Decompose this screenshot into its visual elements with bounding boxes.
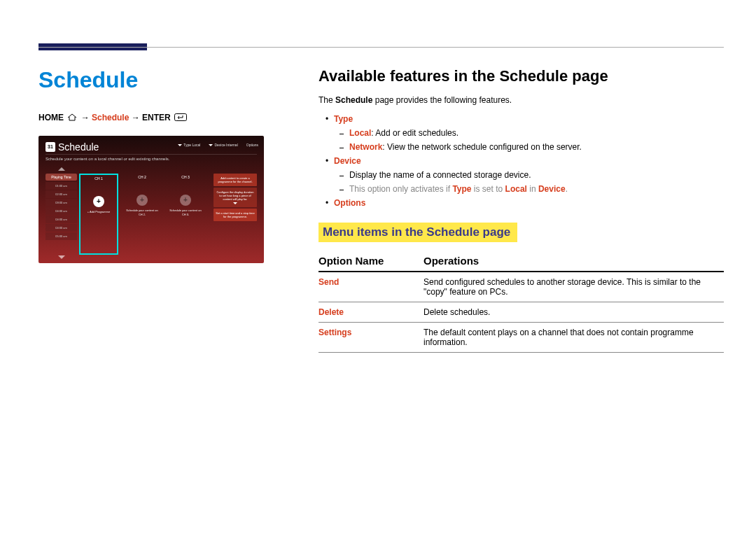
channel-1[interactable]: CH 1 + + Add Programme [79,174,118,255]
opt-send-desc: Send configured schedules to another sto… [424,272,724,302]
ch3-label: Schedule your content on CH 3. [166,209,205,217]
table-row: Settings The default content plays on a … [318,323,724,353]
ch2-header: CH 2 [122,174,162,181]
feature-list: Type Local: Add or edit schedules. Netwo… [318,112,724,210]
plus-icon[interactable]: + [180,195,191,206]
time-slot: 02:00 am [46,190,77,198]
time-slot: 04:00 am [46,224,77,232]
ch3-header: CH 3 [166,174,205,181]
section-heading: Available features in the Schedule page [318,67,724,85]
ss-title: Schedule [58,141,99,153]
breadcrumb-schedule: Schedule [92,113,129,122]
breadcrumb-enter: ENTER [142,113,171,122]
ss-right-panel: Add content to create a programme for th… [214,174,257,221]
device-line: Display the name of a connected storage … [349,170,531,180]
left-column: Schedule HOME → Schedule → ENTER 31 Sche… [38,67,273,263]
opt-settings-desc: The default content plays on a channel t… [424,323,724,353]
feature-options: Options [334,198,365,208]
channel-3[interactable]: CH 3 + Schedule your content on CH 3. [166,174,205,255]
feature-type: Type [334,114,353,124]
ss-options[interactable]: Options [246,143,258,147]
ss-type[interactable]: Type Local [178,143,200,147]
ss-top-right: Type Local Device Internal Options [178,143,258,147]
feature-device: Device [334,156,361,166]
time-slot: 04:00 am [46,216,77,223]
feature-local: Local [349,128,371,138]
time-slot: 03:00 am [46,199,77,206]
channel-2[interactable]: CH 2 + Schedule your content on CH 2. [122,174,162,255]
right-column: Available features in the Schedule page … [318,67,724,353]
opt-delete: Delete [318,302,424,323]
plus-icon[interactable]: + [93,196,104,207]
menu-table: Option Name Operations Send Send configu… [318,251,724,353]
intro-text: The Schedule page provides the following… [318,95,724,105]
ss-time-column: Playing Time 01:00 am 02:00 am 03:00 am … [46,174,77,241]
feature-network: Network [349,142,382,152]
opt-delete-desc: Delete schedules. [424,302,724,323]
ch1-header: CH 1 [80,175,117,182]
chevron-down-icon[interactable] [58,255,65,259]
time-slot: 05:00 am [46,232,77,240]
ch2-label: Schedule your content on CH 2. [122,209,162,217]
device-note: This option only activates if Type is se… [318,182,724,196]
ss-device[interactable]: Device Internal [209,143,237,147]
page-title: Schedule [38,67,273,93]
table-row: Delete Delete schedules. [318,302,724,323]
th-operations: Operations [424,251,724,272]
th-option-name: Option Name [318,251,424,272]
menu-subheading: Menu items in the Schedule page [318,223,517,242]
panel-item-c: Set a start time and a stop time for the… [214,209,257,221]
header-divider [38,47,724,48]
panel-item-a: Add content to create a programme for th… [214,174,257,186]
enter-icon [174,113,187,123]
ss-subtitle: Schedule your content on a local channel… [46,157,169,161]
ss-header: 31 Schedule [46,141,99,153]
calendar-icon: 31 [46,142,55,152]
breadcrumb-arrow2: → [132,113,142,122]
breadcrumb-home: HOME [38,113,64,122]
add-programme-label: + Add Programme [80,210,117,214]
breadcrumb-arrow1: → [81,113,92,122]
time-slot: 01:00 am [46,182,77,190]
schedule-screenshot: 31 Schedule Type Local Device Internal O… [38,136,264,263]
playing-time-header: Playing Time [46,174,77,181]
plus-icon[interactable]: + [136,195,148,206]
opt-settings: Settings [318,323,424,353]
home-icon [67,113,77,123]
chevron-down-icon [233,202,237,204]
table-row: Send Send configured schedules to anothe… [318,272,724,302]
breadcrumb: HOME → Schedule → ENTER [38,113,273,123]
opt-send: Send [318,272,424,302]
time-slot: 04:00 am [46,207,77,215]
panel-item-b: Configure the display duration to set ho… [214,188,257,207]
chevron-up-icon[interactable] [58,167,65,171]
